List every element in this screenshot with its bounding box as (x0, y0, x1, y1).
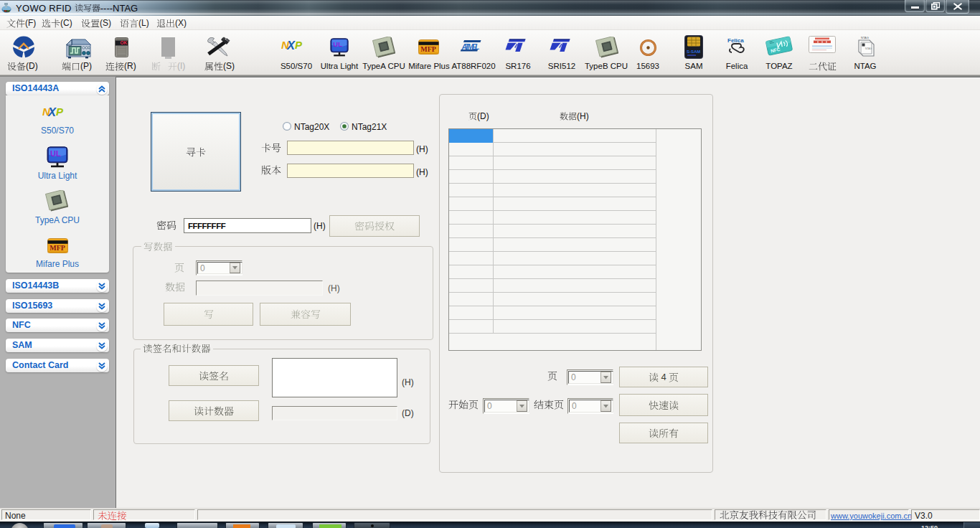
svg-text:X: X (286, 39, 296, 52)
svg-text:UL: UL (333, 40, 342, 48)
svg-text:NTAG: NTAG (861, 36, 869, 39)
svg-text:MFP: MFP (50, 244, 65, 252)
svg-text:ATMEL: ATMEL (461, 42, 480, 51)
svg-text:X: X (47, 105, 57, 118)
svg-text:MFP: MFP (420, 45, 436, 53)
svg-text:P: P (295, 39, 303, 51)
svg-text:UL: UL (50, 149, 61, 158)
svg-text:S-SAM: S-SAM (687, 50, 700, 54)
svg-text:OK: OK (121, 40, 128, 45)
svg-text:Felica: Felica (727, 37, 744, 44)
svg-text:P: P (56, 105, 64, 118)
svg-text:NTAG: NTAG (865, 47, 872, 50)
